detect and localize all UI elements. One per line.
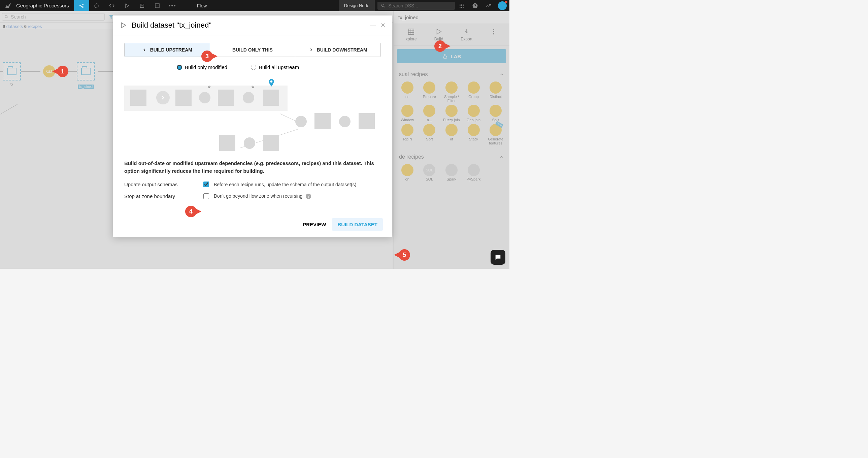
svg-point-41 — [270, 81, 273, 83]
option-update-schemas: Update output schemas Before each recipe… — [124, 182, 381, 187]
share-button[interactable] — [74, 0, 89, 11]
svg-point-18 — [463, 5, 464, 6]
annotation-3: 3 — [202, 51, 217, 62]
svg-marker-6 — [126, 4, 129, 7]
annotation-5: 5 — [394, 249, 410, 261]
arrow-right-icon — [160, 95, 166, 101]
annotation-1: 1 — [52, 66, 68, 77]
map-pin-icon — [268, 79, 275, 88]
build-dataset-modal: Build dataset "tx_joined" — ✕ BUILD UPST… — [113, 16, 392, 237]
chat-widget[interactable] — [491, 250, 505, 265]
radio-build-modified[interactable]: Build only modified — [177, 64, 227, 70]
svg-point-16 — [460, 5, 461, 6]
build-description: Build out-of-date or modified upstream d… — [113, 160, 392, 175]
minimize-button[interactable]: — — [370, 22, 376, 29]
preview-button[interactable]: PREVIEW — [303, 222, 326, 227]
svg-point-5 — [95, 4, 99, 8]
svg-point-2 — [83, 6, 84, 7]
svg-rect-8 — [142, 4, 143, 5]
svg-point-20 — [461, 7, 462, 8]
svg-point-14 — [461, 4, 462, 5]
circle-icon — [94, 3, 100, 9]
svg-point-0 — [80, 5, 81, 6]
svg-marker-40 — [122, 23, 126, 28]
svg-point-15 — [463, 4, 464, 5]
global-search-box[interactable] — [377, 2, 455, 10]
annotation-4: 4 — [185, 206, 202, 217]
play-tool-button[interactable] — [120, 0, 135, 11]
project-name[interactable]: Geographic Processors — [16, 3, 69, 8]
annotation-2: 2 — [434, 40, 451, 52]
code-tool-button[interactable] — [104, 0, 120, 11]
svg-point-17 — [461, 5, 462, 6]
tab-build-downstream[interactable]: BUILD DOWNSTREAM — [295, 43, 380, 57]
build-radio-options: Build only modified Build all upstream — [113, 57, 392, 73]
svg-point-19 — [460, 7, 461, 8]
activity-icon — [486, 3, 492, 9]
topbar: Geographic Processors ••• Flow Design No… — [0, 0, 509, 11]
modal-title: Build dataset "tx_joined" — [132, 21, 365, 30]
build-diagram: * * — [124, 80, 381, 154]
save-tool-button[interactable] — [135, 0, 150, 11]
svg-rect-9 — [155, 4, 159, 8]
radio-build-all[interactable]: Build all upstream — [251, 64, 299, 70]
close-button[interactable]: ✕ — [380, 22, 385, 29]
play-icon — [124, 3, 130, 8]
checkbox-stop-zone[interactable] — [204, 193, 209, 199]
chat-icon — [494, 253, 502, 261]
play-icon — [120, 22, 127, 29]
chevron-left-icon — [142, 48, 147, 52]
logo-bird-icon — [4, 2, 12, 10]
dashboard-tool-button[interactable] — [150, 0, 165, 11]
dashboard-icon — [155, 3, 160, 8]
design-node-badge[interactable]: Design Node — [339, 0, 375, 11]
build-dataset-button[interactable]: BUILD DATASET — [332, 218, 383, 231]
help-button[interactable]: ? — [468, 0, 482, 11]
code-icon — [109, 3, 115, 9]
svg-point-13 — [460, 4, 461, 5]
modal-header: Build dataset "tx_joined" — ✕ — [113, 16, 392, 35]
more-tool-button[interactable]: ••• — [165, 0, 180, 11]
svg-point-1 — [83, 4, 84, 5]
svg-point-21 — [463, 7, 464, 8]
svg-line-3 — [81, 4, 83, 5]
activity-button[interactable] — [482, 0, 495, 11]
svg-rect-7 — [141, 4, 144, 7]
svg-text:?: ? — [474, 3, 476, 7]
build-tabs: BUILD UPSTREAM BUILD ONLY THIS BUILD DOW… — [124, 43, 381, 57]
help-icon[interactable]: ? — [306, 194, 311, 199]
svg-line-4 — [81, 6, 83, 7]
apps-icon — [459, 3, 464, 8]
share-icon — [79, 3, 84, 8]
build-options: Update output schemas Before each recipe… — [113, 175, 392, 212]
flow-label[interactable]: Flow — [197, 3, 207, 8]
more-icon: ••• — [169, 3, 177, 9]
svg-point-11 — [381, 4, 384, 6]
tab-build-only-this[interactable]: BUILD ONLY THIS — [210, 43, 296, 57]
save-icon — [140, 3, 145, 8]
help-icon: ? — [472, 3, 478, 9]
global-search-input[interactable] — [388, 3, 452, 8]
apps-button[interactable] — [455, 0, 468, 11]
tab-build-upstream[interactable]: BUILD UPSTREAM — [125, 43, 210, 57]
option-stop-zone: Stop at zone boundary Don't go beyond fl… — [124, 193, 381, 199]
modal-footer: PREVIEW BUILD DATASET — [113, 212, 392, 237]
user-avatar[interactable] — [498, 1, 507, 10]
chevron-right-icon — [309, 48, 313, 52]
search-icon — [381, 3, 385, 8]
checkbox-update-schemas[interactable] — [204, 182, 209, 187]
svg-line-12 — [384, 6, 385, 7]
circle-tool-button[interactable] — [89, 0, 104, 11]
